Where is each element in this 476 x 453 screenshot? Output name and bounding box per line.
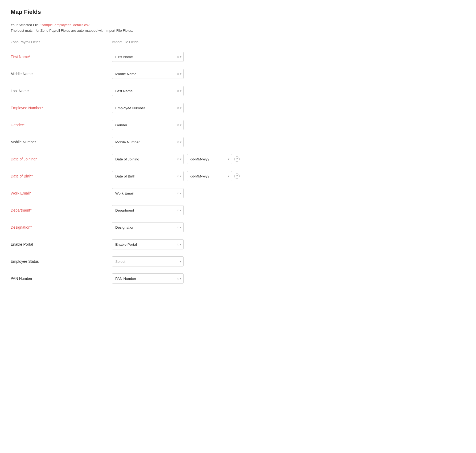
- field-label-gender: Gender*: [11, 123, 112, 127]
- help-icon-date_of_birth[interactable]: ?: [234, 173, 240, 179]
- field-label-mobile_number: Mobile Number: [11, 140, 112, 144]
- date-format-wrap-date_of_joining: dd-MM-yyyyMM-dd-yyyyyyyy-MM-dddd/MM/yyyy…: [187, 154, 232, 164]
- field-select-wrap-middle_name: Middle Name×▾: [112, 69, 184, 79]
- file-name: sample_employees_details.csv: [42, 23, 89, 27]
- field-select-wrap-employee_number: Employee Number×▾: [112, 103, 184, 113]
- field-select-pan_number[interactable]: PAN Number: [112, 273, 184, 284]
- field-select-enable_portal[interactable]: Enable Portal: [112, 239, 184, 249]
- field-row-designation: Designation*Designation×▾: [11, 221, 465, 233]
- columns-header: Zoho Payroll Fields Import File Fields: [11, 40, 465, 46]
- field-select-middle_name[interactable]: Middle Name: [112, 69, 184, 79]
- field-select-wrap-designation: Designation×▾: [112, 222, 184, 232]
- clear-icon-department[interactable]: ×: [177, 208, 179, 212]
- field-select-department[interactable]: Department: [112, 205, 184, 215]
- field-select-wrap-last_name: Last Name×▾: [112, 86, 184, 96]
- clear-icon-pan_number[interactable]: ×: [177, 277, 179, 281]
- field-select-mobile_number[interactable]: Mobile Number: [112, 137, 184, 147]
- page-title: Map Fields: [11, 9, 465, 15]
- clear-icon-middle_name[interactable]: ×: [177, 72, 179, 76]
- field-row-date_of_joining: Date of Joining*Date of Joining×▾dd-MM-y…: [11, 153, 465, 165]
- clear-icon-enable_portal[interactable]: ×: [177, 242, 179, 246]
- field-row-enable_portal: Enable PortalEnable Portal×▾: [11, 238, 465, 250]
- field-label-department: Department*: [11, 208, 112, 212]
- date-format-select-date_of_joining[interactable]: dd-MM-yyyyMM-dd-yyyyyyyy-MM-dddd/MM/yyyy…: [187, 154, 232, 164]
- field-select-wrap-enable_portal: Enable Portal×▾: [112, 239, 184, 249]
- field-row-middle_name: Middle NameMiddle Name×▾: [11, 68, 465, 80]
- field-select-wrap-gender: Gender×▾: [112, 120, 184, 130]
- subtitle: The best match for Zoho Payroll Fields a…: [11, 29, 465, 33]
- field-select-employee_number[interactable]: Employee Number: [112, 103, 184, 113]
- field-label-work_email: Work Email*: [11, 191, 112, 195]
- file-info-label: Your Selected File :: [11, 23, 40, 27]
- field-row-employee_number: Employee Number*Employee Number×▾: [11, 102, 465, 114]
- clear-icon-date_of_birth[interactable]: ×: [177, 174, 179, 178]
- date-format-wrap-date_of_birth: dd-MM-yyyyMM-dd-yyyyyyyy-MM-dddd/MM/yyyy…: [187, 171, 232, 181]
- field-select-last_name[interactable]: Last Name: [112, 86, 184, 96]
- field-select-first_name[interactable]: First Name: [112, 52, 184, 62]
- file-info: Your Selected File : sample_employees_de…: [11, 23, 465, 27]
- clear-icon-designation[interactable]: ×: [177, 225, 179, 229]
- field-row-last_name: Last NameLast Name×▾: [11, 85, 465, 97]
- field-row-gender: Gender*Gender×▾: [11, 119, 465, 131]
- field-label-designation: Designation*: [11, 225, 112, 229]
- field-row-date_of_birth: Date of Birth*Date of Birth×▾dd-MM-yyyyM…: [11, 170, 465, 182]
- field-row-work_email: Work Email*Work Email×▾: [11, 187, 465, 199]
- field-select-wrap-first_name: First Name×▾: [112, 52, 184, 62]
- field-label-employee_status: Employee Status: [11, 259, 112, 264]
- field-select-wrap-date_of_birth: Date of Birth×▾: [112, 171, 184, 181]
- clear-icon-gender[interactable]: ×: [177, 123, 179, 127]
- field-select-wrap-date_of_joining: Date of Joining×▾: [112, 154, 184, 164]
- help-icon-date_of_joining[interactable]: ?: [234, 156, 240, 162]
- col-payroll-header: Zoho Payroll Fields: [11, 40, 112, 44]
- field-row-mobile_number: Mobile NumberMobile Number×▾: [11, 136, 465, 148]
- field-select-wrap-work_email: Work Email×▾: [112, 188, 184, 198]
- date-format-select-date_of_birth[interactable]: dd-MM-yyyyMM-dd-yyyyyyyy-MM-dddd/MM/yyyy…: [187, 171, 232, 181]
- clear-icon-first_name[interactable]: ×: [177, 55, 179, 59]
- clear-icon-mobile_number[interactable]: ×: [177, 140, 179, 144]
- clear-icon-date_of_joining[interactable]: ×: [177, 157, 179, 161]
- field-label-employee_number: Employee Number*: [11, 106, 112, 110]
- field-select-date_of_joining[interactable]: Date of Joining: [112, 154, 184, 164]
- clear-icon-work_email[interactable]: ×: [177, 191, 179, 195]
- field-select-wrap-pan_number: PAN Number×▾: [112, 273, 184, 284]
- field-select-wrap-mobile_number: Mobile Number×▾: [112, 137, 184, 147]
- field-select-employee_status[interactable]: Select: [112, 256, 184, 266]
- field-label-date_of_birth: Date of Birth*: [11, 174, 112, 178]
- clear-icon-last_name[interactable]: ×: [177, 89, 179, 93]
- field-label-last_name: Last Name: [11, 89, 112, 93]
- col-import-header: Import File Fields: [112, 40, 138, 44]
- field-label-enable_portal: Enable Portal: [11, 242, 112, 246]
- field-label-middle_name: Middle Name: [11, 72, 112, 76]
- field-select-wrap-employee_status: Select▾: [112, 256, 184, 266]
- field-label-pan_number: PAN Number: [11, 276, 112, 281]
- field-label-first_name: First Name*: [11, 55, 112, 59]
- field-select-date_of_birth[interactable]: Date of Birth: [112, 171, 184, 181]
- clear-icon-employee_number[interactable]: ×: [177, 106, 179, 110]
- field-select-gender[interactable]: Gender: [112, 120, 184, 130]
- field-row-first_name: First Name*First Name×▾: [11, 51, 465, 63]
- field-select-work_email[interactable]: Work Email: [112, 188, 184, 198]
- field-row-employee_status: Employee StatusSelect▾: [11, 256, 465, 267]
- field-row-pan_number: PAN NumberPAN Number×▾: [11, 273, 465, 284]
- field-select-designation[interactable]: Designation: [112, 222, 184, 232]
- fields-container: First Name*First Name×▾Middle NameMiddle…: [11, 51, 465, 284]
- field-label-date_of_joining: Date of Joining*: [11, 157, 112, 161]
- field-select-wrap-department: Department×▾: [112, 205, 184, 215]
- field-row-department: Department*Department×▾: [11, 204, 465, 216]
